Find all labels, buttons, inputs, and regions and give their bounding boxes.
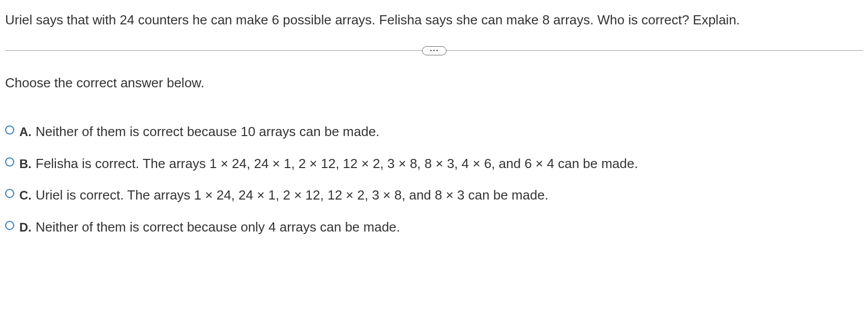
radio-c[interactable] (5, 189, 14, 198)
option-c: C. Uriel is correct. The arrays 1 × 24, … (5, 186, 863, 204)
option-a-content: A. Neither of them is correct because 10… (19, 122, 863, 141)
radio-a[interactable] (5, 125, 14, 135)
option-b-label: B. (19, 155, 32, 173)
option-b-text: Felisha is correct. The arrays 1 × 24, 2… (36, 154, 638, 173)
option-d-label: D. (19, 219, 32, 236)
option-c-label: C. (19, 187, 32, 204)
instruction-text: Choose the correct answer below. (5, 74, 863, 92)
expand-collapse-button[interactable] (422, 46, 446, 55)
option-a-label: A. (19, 123, 32, 141)
option-b: B. Felisha is correct. The arrays 1 × 24… (5, 154, 863, 173)
option-a-text: Neither of them is correct because 10 ar… (36, 122, 379, 141)
options-group: A. Neither of them is correct because 10… (5, 122, 863, 236)
option-b-content: B. Felisha is correct. The arrays 1 × 24… (19, 154, 863, 173)
option-c-text: Uriel is correct. The arrays 1 × 24, 24 … (36, 186, 548, 204)
radio-b[interactable] (5, 157, 14, 167)
option-c-content: C. Uriel is correct. The arrays 1 × 24, … (19, 186, 863, 204)
divider (5, 50, 863, 51)
option-a: A. Neither of them is correct because 10… (5, 122, 863, 141)
option-d: D. Neither of them is correct because on… (5, 218, 863, 236)
question-text: Uriel says that with 24 counters he can … (5, 10, 863, 30)
option-d-text: Neither of them is correct because only … (36, 218, 400, 236)
option-d-content: D. Neither of them is correct because on… (19, 218, 863, 236)
radio-d[interactable] (5, 221, 14, 230)
ellipsis-icon (430, 50, 438, 51)
